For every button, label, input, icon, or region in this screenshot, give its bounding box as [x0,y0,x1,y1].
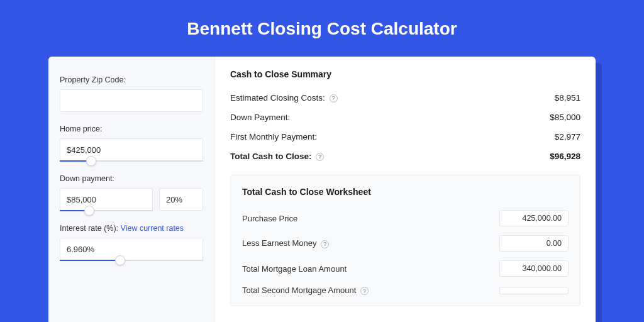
down-payment-field-group: Down payment: [60,174,203,211]
summary-row-label: Estimated Closing Costs: [230,93,325,103]
worksheet-row-label: Less Earnest Money [242,238,317,248]
slider-thumb-icon[interactable] [115,255,125,265]
interest-field-group: Interest rate (%): View current rates [60,224,203,261]
worksheet-panel: Total Cash to Close Worksheet Purchase P… [230,175,580,306]
summary-row: Down Payment: $85,000 [230,108,580,127]
home-price-slider[interactable] [60,160,203,162]
results-column: Cash to Close Summary Estimated Closing … [215,57,596,322]
summary-heading: Cash to Close Summary [230,69,580,79]
calculator-panel: Property Zip Code: Home price: Down paym… [48,57,596,322]
home-price-label: Home price: [60,125,203,133]
summary-total-value: $96,928 [550,152,580,161]
summary-row-value: $2,977 [555,132,580,142]
worksheet-row-label: Total Second Mortgage Amount [242,286,356,295]
summary-row-label: Down Payment: [230,113,290,122]
page-title: Bennett Closing Cost Calculator [0,0,644,57]
down-payment-slider[interactable] [60,210,153,211]
zip-label: Property Zip Code: [60,75,203,84]
summary-row: Estimated Closing Costs: ? $8,951 [230,88,580,108]
help-icon[interactable]: ? [330,94,338,103]
summary-row-value: $85,000 [550,113,580,122]
worksheet-row: Total Second Mortgage Amount ? [242,281,569,299]
inputs-column: Property Zip Code: Home price: Down paym… [48,57,215,322]
view-rates-link[interactable]: View current rates [121,224,184,233]
down-payment-label: Down payment: [60,174,203,183]
help-icon[interactable]: ? [321,240,329,248]
worksheet-heading: Total Cash to Close Worksheet [242,187,569,197]
worksheet-row-value[interactable] [499,287,569,294]
zip-field-group: Property Zip Code: [60,75,203,112]
worksheet-row-label: Purchase Price [242,214,297,223]
interest-rate-slider[interactable] [60,260,203,261]
summary-total-row: Total Cash to Close: ? $96,928 [230,147,580,166]
help-icon[interactable]: ? [316,153,324,161]
down-payment-percent-input[interactable] [159,188,203,211]
zip-input[interactable] [60,89,203,112]
slider-thumb-icon[interactable] [84,206,94,216]
worksheet-row: Less Earnest Money ? 0.00 [242,231,569,256]
worksheet-row: Total Mortgage Loan Amount 340,000.00 [242,256,569,281]
worksheet-row-label: Total Mortgage Loan Amount [242,264,347,274]
worksheet-row: Purchase Price 425,000.00 [242,206,569,231]
help-icon[interactable]: ? [360,287,369,295]
summary-row-value: $8,951 [555,93,580,103]
down-payment-input[interactable] [60,188,153,211]
summary-total-label: Total Cash to Close: [230,152,312,161]
interest-label: Interest rate (%): View current rates [60,224,203,233]
interest-rate-input[interactable] [60,238,203,260]
worksheet-row-value[interactable]: 0.00 [499,235,569,252]
home-price-input[interactable] [60,138,203,161]
summary-row: First Monthly Payment: $2,977 [230,127,580,147]
summary-row-label: First Monthly Payment: [230,132,317,142]
slider-thumb-icon[interactable] [86,156,96,166]
worksheet-row-value[interactable]: 340,000.00 [499,260,569,277]
home-price-field-group: Home price: [60,125,203,162]
worksheet-row-value[interactable]: 425,000.00 [499,210,569,226]
interest-label-text: Interest rate (%): [60,224,121,233]
